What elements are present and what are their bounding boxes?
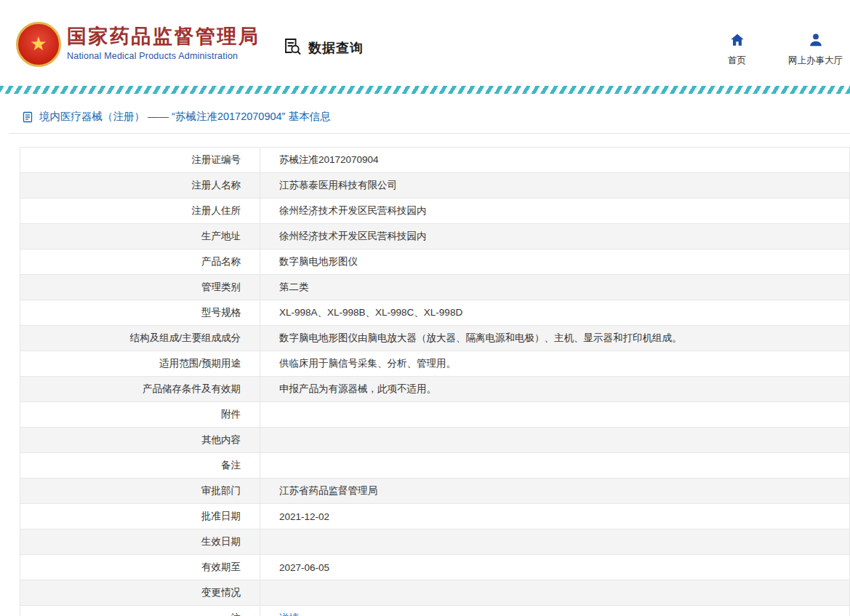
nav-service-hall[interactable]: 网上办事大厅 [788,32,843,67]
field-label: 有效期至 [20,555,260,580]
field-value: 数字脑电地形图仪由脑电放大器（放大器、隔离电源和电极）、主机、显示器和打印机组成… [260,326,850,351]
field-value: 申报产品为有源器械，此项不适用。 [260,377,850,402]
document-search-icon [282,36,302,59]
field-label: ●注 [20,606,260,616]
table-row: 管理类别第二类 [20,275,850,300]
table-row: 注册人住所徐州经济技术开发区民营科技园内 [20,199,850,224]
field-value: 详情 [260,606,850,616]
data-query-heading: 数据查询 [282,36,364,59]
nav-home[interactable]: 首页 [728,32,746,67]
table-row: 备注 [20,453,850,479]
breadcrumb: 境内医疗器械（注册） —— “苏械注准20172070904” 基本信息 [9,110,850,134]
field-label: 适用范围/预期用途 [20,351,260,377]
field-value [260,529,850,555]
field-label: 其他内容 [20,428,260,453]
table-row: 产品名称数字脑电地形图仪 [20,249,850,275]
nav-home-label: 首页 [728,55,746,67]
field-label: 生效日期 [20,529,260,555]
field-value [260,453,850,479]
field-label: 结构及组成/主要组成成分 [20,326,260,351]
stripe-separator [0,86,850,94]
page-title: 境内医疗器械（注册） —— “苏械注准20172070904” 基本信息 [39,110,330,124]
field-label: 注册证编号 [20,148,260,173]
table-row: 注册证编号苏械注准20172070904 [20,148,850,173]
field-value: 供临床用于脑信号采集、分析、管理用。 [260,351,850,377]
field-label: 备注 [20,453,260,479]
field-label: 生产地址 [20,224,260,249]
field-value: 徐州经济技术开发区民营科技园内 [260,224,850,249]
data-query-label: 数据查询 [308,39,364,57]
field-label: 注册人名称 [20,173,260,199]
emblem-star-icon: ★ [30,34,47,53]
field-value: 数字脑电地形图仪 [260,249,850,275]
field-value: XL-998A、XL-998B、XL-998C、XL-998D [260,300,850,326]
table-row: 型号规格XL-998A、XL-998B、XL-998C、XL-998D [20,300,850,326]
table-row: 其他内容 [20,428,850,453]
field-value: 第二类 [260,275,850,300]
field-label: 批准日期 [20,504,260,529]
table-row: 注册人名称江苏慕泰医用科技有限公司 [20,173,850,199]
org-name-cn: 国家药品监督管理局 [67,25,260,48]
table-row: 产品储存条件及有效期申报产品为有源器械，此项不适用。 [20,377,850,402]
header-nav: 首页 网上办事大厅 [728,32,843,67]
table-row: 结构及组成/主要组成成分数字脑电地形图仪由脑电放大器（放大器、隔离电源和电极）、… [20,326,850,351]
detail-link[interactable]: 详情 [279,612,299,616]
info-table: 注册证编号苏械注准20172070904注册人名称江苏慕泰医用科技有限公司注册人… [20,147,850,616]
field-value: 江苏慕泰医用科技有限公司 [260,173,850,199]
table-row: 适用范围/预期用途供临床用于脑信号采集、分析、管理用。 [20,351,850,377]
table-row: ●注详情 [20,606,850,616]
table-row: 生产地址徐州经济技术开发区民营科技园内 [20,224,850,249]
header: ★ 国家药品监督管理局 National Medical Products Ad… [0,0,850,86]
page: ★ 国家药品监督管理局 National Medical Products Ad… [0,0,850,616]
field-label: 审批部门 [20,479,260,504]
org-name-en: National Medical Products Administration [67,51,260,61]
table-row: 有效期至2027-06-05 [20,555,850,580]
table-row: 附件 [20,402,850,428]
field-value: 江苏省药品监督管理局 [260,479,850,504]
field-value: 2021-12-02 [260,504,850,529]
person-icon [808,32,824,51]
field-value [260,402,850,428]
info-table-body: 注册证编号苏械注准20172070904注册人名称江苏慕泰医用科技有限公司注册人… [20,148,850,616]
field-label: 产品储存条件及有效期 [20,377,260,402]
home-icon [729,32,745,51]
field-value: 苏械注准20172070904 [260,148,850,173]
field-label: 型号规格 [20,300,260,326]
field-label: 附件 [20,402,260,428]
org-title-block: 国家药品监督管理局 National Medical Products Admi… [67,25,260,61]
nav-service-hall-label: 网上办事大厅 [788,55,843,67]
field-value: 徐州经济技术开发区民营科技园内 [260,199,850,224]
field-value [260,428,850,453]
field-label: 管理类别 [20,275,260,300]
table-row: 变更情况 [20,580,850,606]
field-value [260,580,850,606]
field-label: 变更情况 [20,580,260,606]
national-emblem-logo: ★ [16,22,61,67]
field-label: 产品名称 [20,249,260,275]
field-value: 2027-06-05 [260,555,850,580]
document-icon [22,111,33,123]
table-row: 批准日期2021-12-02 [20,504,850,529]
table-row: 生效日期 [20,529,850,555]
field-label: 注册人住所 [20,199,260,224]
table-row: 审批部门江苏省药品监督管理局 [20,479,850,504]
